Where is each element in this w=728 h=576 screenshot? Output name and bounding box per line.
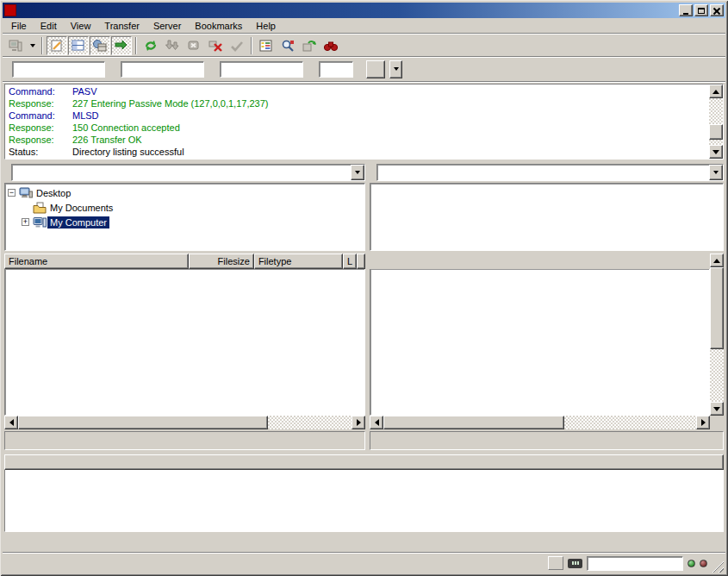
minimize-icon xyxy=(683,13,688,15)
directory-comparison-icon[interactable] xyxy=(320,36,341,55)
toggle-transfer-queue-icon[interactable] xyxy=(111,36,132,55)
desktop-icon xyxy=(19,186,34,199)
remote-v-scrollbar[interactable] xyxy=(710,254,724,416)
port-input[interactable] xyxy=(319,61,353,78)
reconnect-icon[interactable] xyxy=(227,36,247,55)
toggle-local-tree-icon[interactable] xyxy=(68,36,89,55)
scroll-thumb[interactable] xyxy=(709,124,723,140)
toolbar xyxy=(3,34,725,57)
log-line: Command: MLSD xyxy=(9,110,709,122)
toolbar-separator xyxy=(41,37,43,54)
synchronized-browsing-icon[interactable] xyxy=(299,36,320,55)
maximize-button[interactable] xyxy=(694,4,708,16)
menu-item[interactable]: Server xyxy=(146,19,188,34)
log-line-text: PASV xyxy=(72,85,97,97)
menu-item[interactable]: View xyxy=(64,19,98,34)
log-line-text: MLSD xyxy=(72,110,99,122)
scroll-right-icon[interactable] xyxy=(352,416,365,429)
quickconnect-button[interactable] xyxy=(366,60,385,78)
tree-expander[interactable] xyxy=(8,189,16,197)
remote-directory-tree xyxy=(370,183,724,251)
chevron-down-icon[interactable] xyxy=(351,165,364,180)
remote-list-header xyxy=(370,254,710,269)
tree-item[interactable]: My Documents xyxy=(8,200,364,215)
transfer-queue xyxy=(4,454,724,532)
remote-site-combo[interactable] xyxy=(376,164,724,181)
column-header[interactable]: Filetype xyxy=(254,254,343,269)
titlebar[interactable] xyxy=(3,3,725,18)
local-site-combo[interactable] xyxy=(11,164,365,181)
cancel-operation-icon[interactable] xyxy=(184,36,204,55)
tree-expander[interactable] xyxy=(22,218,29,226)
log-line: Status: Directory listing successful xyxy=(9,146,709,158)
column-header[interactable]: L xyxy=(343,254,357,269)
local-pane: Desktop My Documents My Computer Filenam… xyxy=(4,163,365,450)
queue-header xyxy=(4,454,724,470)
menu-item[interactable]: Edit xyxy=(34,19,64,34)
tree-item-label: My Computer xyxy=(47,216,109,229)
resize-grip[interactable] xyxy=(712,560,724,573)
column-header[interactable]: Filesize xyxy=(189,254,254,269)
maximize-icon xyxy=(698,8,705,14)
quickconnect-dropdown-icon[interactable] xyxy=(389,60,402,78)
quickconnect-bar xyxy=(3,57,725,82)
remote-pane xyxy=(370,163,724,450)
scroll-thumb[interactable] xyxy=(18,416,268,429)
log-line-text: 226 Transfer OK xyxy=(72,134,142,146)
scroll-down-icon[interactable] xyxy=(710,402,724,416)
computer-icon xyxy=(33,216,47,229)
scroll-thumb[interactable] xyxy=(710,267,724,349)
refresh-icon[interactable] xyxy=(140,36,161,55)
scroll-down-icon[interactable] xyxy=(709,145,723,159)
log-scrollbar[interactable] xyxy=(709,85,723,159)
remote-h-scrollbar[interactable] xyxy=(370,416,710,429)
file-search-icon[interactable] xyxy=(277,36,298,55)
site-manager-icon[interactable] xyxy=(5,36,26,55)
tree-item-label: Desktop xyxy=(34,187,73,199)
scroll-left-icon[interactable] xyxy=(4,416,18,429)
tree-item[interactable]: My Computer xyxy=(8,215,364,229)
scroll-thumb[interactable] xyxy=(383,416,564,429)
log-line: Response: 227 Entering Passive Mode (127… xyxy=(9,97,709,110)
disconnect-icon[interactable] xyxy=(205,36,226,55)
menu-item[interactable]: Bookmarks xyxy=(188,19,249,34)
log-line-label: Response: xyxy=(9,97,72,110)
process-queue-icon[interactable] xyxy=(162,36,183,55)
queue-tabs xyxy=(4,532,724,550)
toggle-remote-tree-icon[interactable] xyxy=(90,36,110,55)
scroll-right-icon[interactable] xyxy=(696,416,710,429)
toolbar-separator xyxy=(251,37,252,54)
log-line-label: Response: xyxy=(9,122,72,134)
column-header-filler xyxy=(4,454,724,470)
scroll-left-icon[interactable] xyxy=(370,416,383,429)
local-h-scrollbar[interactable] xyxy=(4,416,365,429)
toggle-message-log-icon[interactable] xyxy=(47,36,67,55)
password-input[interactable] xyxy=(220,61,303,78)
minimize-button[interactable] xyxy=(679,4,693,16)
host-input[interactable] xyxy=(12,61,105,78)
menubar: FileEditViewTransferServerBookmarksHelp xyxy=(3,18,725,34)
toolbar-separator xyxy=(135,37,137,54)
queue-body xyxy=(4,470,724,532)
directory-listing-filters-icon[interactable] xyxy=(256,36,277,55)
close-button[interactable] xyxy=(710,4,724,16)
menu-item[interactable]: Transfer xyxy=(97,19,146,34)
speed-limits-icon xyxy=(568,559,582,568)
scroll-up-icon[interactable] xyxy=(710,254,724,267)
scroll-up-icon[interactable] xyxy=(709,85,723,98)
app-logo-icon xyxy=(4,4,16,16)
menu-item[interactable]: Help xyxy=(249,19,283,34)
log-line-label: Response: xyxy=(9,134,72,146)
username-input[interactable] xyxy=(121,61,204,78)
activity-led-red-icon xyxy=(700,560,707,567)
close-icon xyxy=(713,8,720,14)
log-line-label: Command: xyxy=(9,110,72,122)
column-header[interactable]: Filename xyxy=(4,254,189,269)
activity-led-green-icon xyxy=(688,560,695,567)
docs-icon xyxy=(33,201,47,214)
tree-item-label: My Documents xyxy=(47,202,115,214)
tree-item[interactable]: Desktop xyxy=(8,185,364,200)
site-manager-dropdown-icon[interactable] xyxy=(27,36,38,55)
chevron-down-icon[interactable] xyxy=(709,165,723,180)
menu-item[interactable]: File xyxy=(4,19,34,34)
